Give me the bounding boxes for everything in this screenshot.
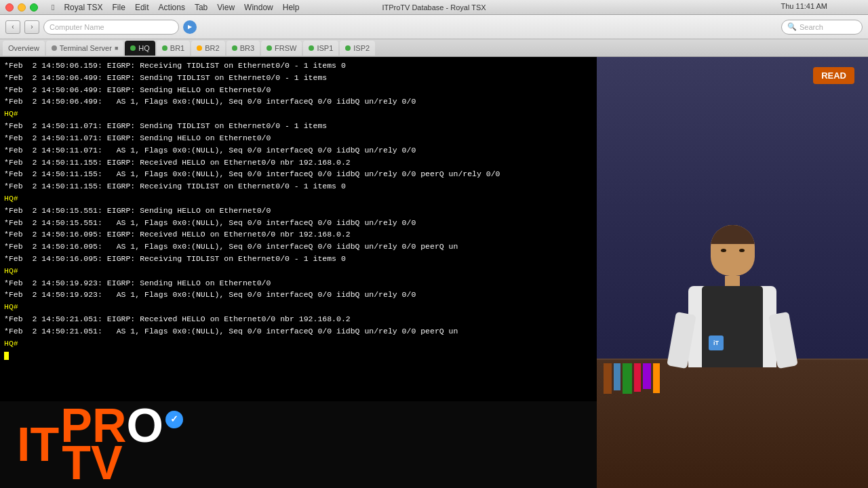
logo-pro-tv: PR O ✓ TV bbox=[60, 405, 183, 485]
tab-bar: Overview Terminal Server ■ HQ BR1 BR2 BR… bbox=[0, 39, 868, 57]
tab-terminal-server-label: Terminal Server bbox=[60, 44, 112, 52]
terminal-line: *Feb 2 14:50:11.071: EIGRP: Sending TIDL… bbox=[4, 120, 593, 132]
maximize-button[interactable] bbox=[30, 3, 38, 12]
terminal-line: *Feb 2 14:50:15.551: AS 1, Flags 0x0:(NU… bbox=[4, 217, 593, 229]
tab-br3-label: BR3 bbox=[240, 44, 254, 52]
tab-frsw-label: FRSW bbox=[275, 44, 296, 52]
tab-frsw-dot bbox=[267, 45, 272, 51]
terminal-line: *Feb 2 14:50:06.499: EIGRP: Sending TIDL… bbox=[4, 72, 593, 84]
menu-help[interactable]: Help bbox=[283, 3, 300, 12]
terminal-line: *Feb 2 14:50:16.095: AS 1, Flags 0x0:(NU… bbox=[4, 241, 593, 253]
logo-o-text: O bbox=[126, 405, 163, 447]
terminal-cursor bbox=[4, 352, 9, 360]
terminal-line: *Feb 2 14:50:11.155: EIGRP: Receiving TI… bbox=[4, 180, 593, 192]
computer-name-field[interactable]: Computer Name bbox=[43, 20, 179, 35]
logo-it: IT bbox=[17, 421, 59, 468]
terminal-line: *Feb 2 14:50:16.095: EIGRP: Received HEL… bbox=[4, 228, 593, 241]
close-button[interactable] bbox=[5, 3, 14, 12]
tab-terminal-server-dot bbox=[52, 45, 57, 51]
tab-hq[interactable]: HQ bbox=[125, 41, 155, 56]
minimize-button[interactable] bbox=[18, 3, 26, 12]
time-display: Thu 11:41 AM bbox=[781, 2, 828, 10]
search-bar[interactable]: 🔍 Search bbox=[781, 20, 863, 35]
window-title: ITProTV Database - Royal TSX bbox=[382, 3, 486, 12]
terminal-line: *Feb 2 14:50:21.051: EIGRP: Received HEL… bbox=[4, 313, 593, 325]
terminal-line: *Feb 2 14:50:11.155: AS 1, Flags 0x0:(NU… bbox=[4, 168, 593, 180]
tab-br2-label: BR2 bbox=[205, 44, 219, 52]
tab-hq-dot bbox=[130, 45, 136, 51]
menu-window[interactable]: Window bbox=[244, 3, 273, 12]
bottom-logo-bar: IT PR O ✓ TV bbox=[0, 401, 597, 488]
terminal-line: *Feb 2 14:50:19.923: AS 1, Flags 0x0:(NU… bbox=[4, 289, 593, 301]
terminal-line: *Feb 2 14:50:15.551: EIGRP: Sending HELL… bbox=[4, 205, 593, 217]
title-bar:  Royal TSX File Edit Actions Tab View W… bbox=[0, 0, 868, 15]
tab-br1-dot bbox=[162, 45, 167, 51]
video-panel: READ bbox=[597, 57, 868, 488]
presenter-figure: iT bbox=[688, 225, 776, 367]
terminal-line: *Feb 2 14:50:11.071: AS 1, Flags 0x0:(NU… bbox=[4, 144, 593, 157]
apple-menu[interactable]:  bbox=[52, 3, 54, 12]
terminal-line: *Feb 2 14:50:06.499: AS 1, Flags 0x0:(NU… bbox=[4, 96, 593, 108]
menu-actions[interactable]: Actions bbox=[159, 3, 185, 12]
terminal-line: HQ# bbox=[4, 192, 593, 205]
terminal-line: *Feb 2 14:50:06.159: EIGRP: Receiving TI… bbox=[4, 60, 593, 72]
search-placeholder: Search bbox=[800, 23, 823, 31]
tab-hq-label: HQ bbox=[138, 44, 150, 52]
tab-terminal-server[interactable]: Terminal Server ■ bbox=[46, 41, 123, 56]
terminal-line: *Feb 2 14:50:11.155: EIGRP: Received HEL… bbox=[4, 157, 593, 169]
presenter-badge: iT bbox=[709, 336, 724, 350]
toolbar: ‹ › Computer Name ▶ 🔍 Search bbox=[0, 15, 868, 39]
menu-view[interactable]: View bbox=[217, 3, 235, 12]
forward-button[interactable]: › bbox=[24, 20, 39, 34]
tab-br3-dot bbox=[232, 45, 237, 51]
connect-button[interactable]: ▶ bbox=[183, 20, 197, 34]
terminal-line: *Feb 2 14:50:16.095: EIGRP: Receiving TI… bbox=[4, 253, 593, 265]
menu-edit[interactable]: Edit bbox=[135, 3, 149, 12]
terminal-line: *Feb 2 14:50:11.071: EIGRP: Sending HELL… bbox=[4, 132, 593, 144]
tab-isp2-dot bbox=[345, 45, 351, 51]
tab-isp2[interactable]: ISP2 bbox=[340, 41, 375, 56]
tab-br3[interactable]: BR3 bbox=[226, 41, 260, 56]
presenter-area: READ bbox=[597, 57, 868, 488]
tab-isp1-label: ISP1 bbox=[317, 44, 333, 52]
back-button[interactable]: ‹ bbox=[5, 20, 20, 34]
tab-isp1[interactable]: ISP1 bbox=[303, 41, 338, 56]
video-shelf bbox=[597, 359, 868, 488]
tab-br2-dot bbox=[197, 45, 202, 51]
terminal-line: HQ# bbox=[4, 108, 593, 120]
tab-frsw[interactable]: FRSW bbox=[261, 41, 302, 56]
tab-br2[interactable]: BR2 bbox=[191, 41, 224, 56]
itpro-overlay-badge: READ bbox=[813, 67, 854, 84]
tab-overview[interactable]: Overview bbox=[3, 41, 45, 56]
tab-isp1-dot bbox=[309, 45, 314, 51]
terminal-line: HQ# bbox=[4, 338, 593, 350]
search-icon: 🔍 bbox=[787, 22, 797, 31]
terminal-content: *Feb 2 14:50:06.159: EIGRP: Receiving TI… bbox=[0, 57, 597, 364]
terminal-line: HQ# bbox=[4, 301, 593, 313]
window-controls bbox=[5, 3, 38, 12]
menu-tab[interactable]: Tab bbox=[195, 3, 208, 12]
computer-name-text: Computer Name bbox=[50, 23, 104, 31]
terminal-line: *Feb 2 14:50:19.923: EIGRP: Sending HELL… bbox=[4, 277, 593, 289]
menu-file[interactable]: File bbox=[113, 3, 125, 12]
itpro-logo: IT PR O ✓ TV bbox=[17, 405, 183, 485]
terminal-line: HQ# bbox=[4, 265, 593, 277]
terminal-line: *Feb 2 14:50:21.051: AS 1, Flags 0x0:(NU… bbox=[4, 325, 593, 338]
menu-royal-tsx[interactable]: Royal TSX bbox=[64, 3, 102, 12]
tab-overview-label: Overview bbox=[8, 44, 39, 52]
logo-checkmark-icon: ✓ bbox=[165, 411, 183, 428]
tab-br1-label: BR1 bbox=[170, 44, 184, 52]
terminal-server-icon: ■ bbox=[115, 45, 118, 52]
terminal-line: *Feb 2 14:50:06.499: EIGRP: Sending HELL… bbox=[4, 84, 593, 96]
tab-br1[interactable]: BR1 bbox=[157, 41, 190, 56]
tab-isp2-label: ISP2 bbox=[353, 44, 370, 52]
menu-bar:  Royal TSX File Edit Actions Tab View W… bbox=[52, 3, 299, 12]
logo-tv-text: TV bbox=[62, 442, 122, 485]
